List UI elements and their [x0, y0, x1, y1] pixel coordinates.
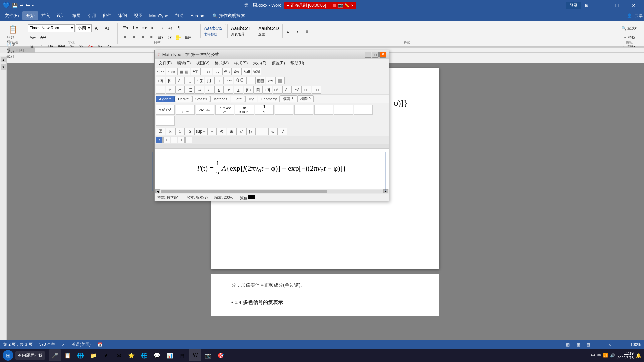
mt-neq-btn[interactable]: ≠ — [224, 86, 233, 94]
style-list-para[interactable]: AaBbCcI 列表段落 — [227, 24, 253, 38]
mt-matrix1-btn[interactable]: ▦ ▦ — [178, 68, 190, 75]
mt-partial-btn[interactable]: ∂∞ — [232, 68, 241, 75]
mt-menu-help[interactable]: 帮助(H) — [288, 60, 307, 67]
menu-acrobat[interactable]: Acrobat — [187, 12, 209, 20]
mt-sqrt-btn[interactable]: √□ — [175, 77, 185, 84]
login-btn[interactable]: 登录 — [566, 2, 581, 9]
mt-sqrt2-btn[interactable]: √□ — [282, 86, 292, 94]
maximize-btn[interactable]: □ — [609, 0, 625, 11]
close-btn[interactable]: ✕ — [626, 0, 641, 11]
format-painter-btn[interactable]: 🖌 格式刷 — [5, 51, 19, 58]
taskbar-baidu[interactable]: 百 — [176, 349, 189, 361]
mt-sym-box[interactable]: [·] — [256, 128, 268, 135]
camera-btn[interactable]: 📷 — [338, 3, 343, 8]
mt-fmla-quadfull[interactable]: -b±√-4ac 2a — [215, 105, 234, 115]
quick-undo[interactable]: ↩ — [20, 3, 24, 8]
mt-leq-btn[interactable]: ≤≥≈ — [156, 68, 165, 75]
minimize-btn[interactable]: — — [592, 0, 608, 11]
mt-scrollbar[interactable]: ◄ ► — [155, 189, 389, 194]
pen-btn[interactable]: ✏️ — [344, 3, 350, 8]
zoom-slider[interactable]: ———○——— — [597, 342, 624, 347]
mt-sym-c[interactable]: C — [175, 128, 185, 135]
mt-sm-btn3[interactable]: T — [171, 137, 177, 143]
font-size-grow[interactable]: A↑ — [93, 24, 102, 32]
mt-pi-btn[interactable]: π — [156, 86, 165, 94]
mt-vec-btn[interactable]: ↑ab↑ — [166, 68, 178, 75]
mt-frac-btn[interactable]: □/□ — [273, 86, 282, 94]
stop-btn[interactable]: ⏹ — [333, 3, 337, 8]
font-size-selector[interactable]: 小四 ▾ — [76, 24, 92, 32]
mt-fmla-empty5[interactable] — [354, 105, 373, 115]
mt-sm-btn4[interactable]: T — [178, 137, 185, 143]
bullets-btn[interactable]: ☰▾ — [121, 24, 130, 32]
mt-fmla-empty6[interactable] — [156, 116, 175, 126]
mt-menu-size[interactable]: 大小(Z) — [250, 60, 269, 67]
mt-fmla-lim[interactable]: lim x→∞ — [176, 105, 195, 115]
mt-theta-btn[interactable]: θ — [166, 86, 175, 94]
mt-cat-derive[interactable]: Derive — [175, 96, 192, 102]
numbering-btn[interactable]: 1.▾ — [131, 24, 140, 32]
mt-fmla-empty1[interactable] — [275, 105, 293, 115]
menu-design[interactable]: 设计 — [53, 11, 69, 20]
mt-partial2-btn[interactable]: ∂ — [205, 86, 214, 94]
mt-cat-template8[interactable]: 模套 8 — [280, 95, 297, 102]
pause-btn[interactable]: ⏸ — [327, 3, 331, 8]
mt-cat-matrices[interactable]: Matrices — [210, 96, 230, 102]
menu-references[interactable]: 引用 — [84, 11, 100, 20]
mt-ang-btn[interactable]: ⌐¬ — [266, 77, 275, 84]
mt-fmla-empty2[interactable] — [294, 105, 313, 115]
mt-floor-btn[interactable]: ⌊⌋ — [185, 77, 195, 84]
mt-sum-btn[interactable]: Σ ∑ — [195, 77, 204, 84]
recording-close[interactable]: ✕ — [351, 4, 354, 7]
mt-fmla-perm[interactable]: n! n!(n−r)! — [235, 105, 254, 115]
taskbar-explorer[interactable]: 📁 — [87, 349, 99, 361]
mt-fmla-sqrt[interactable]: √a²+b² — [156, 105, 175, 115]
mt-arrows2-btn[interactable]: →↩ — [224, 77, 233, 84]
taskbar-matlab[interactable]: 📊 — [164, 349, 176, 361]
mt-sm-btn2[interactable]: T — [163, 137, 170, 143]
mt-prod-btn[interactable]: □ □ — [214, 77, 224, 84]
mt-arrow-btn[interactable]: →↓↑ — [200, 68, 212, 75]
menu-review[interactable]: 审阅 — [115, 11, 130, 20]
decrease-indent-btn[interactable]: ⇤ — [149, 24, 157, 32]
mt-close-btn[interactable]: ✕ — [379, 52, 386, 58]
increase-indent-btn[interactable]: ⇥ — [158, 24, 166, 32]
mt-cat-algebra[interactable]: Algebra — [156, 96, 175, 102]
taskbar-word[interactable]: W — [189, 349, 201, 361]
style-heading[interactable]: AaBbCcD 题主 — [255, 24, 282, 38]
mt-sym-sqrt3[interactable]: √ — [278, 128, 287, 135]
mt-sym-infty2[interactable]: ∞ — [268, 128, 278, 135]
view-icon3[interactable]: ▦ — [587, 342, 590, 347]
mt-cat-geometry[interactable]: Geometry — [258, 96, 280, 102]
menu-insert[interactable]: 插入 — [38, 11, 53, 20]
styles-scroll-down[interactable]: ▼ — [293, 27, 302, 35]
mt-sym-k[interactable]: k — [166, 128, 175, 135]
mt-fmla-quadratic[interactable]: √b²−4ac — [196, 105, 214, 115]
mt-menu-edit[interactable]: 编辑(E) — [174, 60, 193, 67]
mt-sup-btn[interactable]: □□ — [312, 86, 321, 94]
clock-area[interactable]: 11:19 2022/6/18 — [617, 351, 634, 360]
mt-sym-otimes[interactable]: ⊗ — [217, 128, 226, 135]
mt-infty-btn[interactable]: ∞ — [175, 86, 185, 94]
mt-nrt-btn[interactable]: ⁿ√ — [292, 86, 302, 94]
notification-icon[interactable]: 🔔 — [636, 353, 641, 358]
menu-home[interactable]: 开始 — [22, 11, 38, 20]
mt-hat-btn[interactable]: Û Ü — [234, 77, 246, 84]
mt-lbrace-btn[interactable]: {0} — [263, 86, 272, 94]
taskbar-chrome[interactable]: 🌐 — [138, 349, 150, 361]
mt-matrix2-btn[interactable]: ▦▦ — [256, 77, 265, 84]
mt-dots-btn[interactable]: ··· — [246, 77, 256, 84]
mt-fmla-empty4[interactable] — [334, 105, 353, 115]
find-btn[interactable]: 🔍 查找▾ — [620, 24, 638, 32]
mt-cat-template9[interactable]: 模套 9 — [297, 95, 314, 102]
menu-file[interactable]: 文件(F) — [1, 11, 22, 20]
mt-sub-btn[interactable]: □□ — [302, 86, 311, 94]
menu-layout[interactable]: 布局 — [69, 11, 84, 20]
quick-customize[interactable]: ▾ — [32, 3, 34, 8]
mt-sym-z[interactable]: ℤ — [156, 128, 165, 135]
view-icon1[interactable]: ▦ — [566, 342, 570, 347]
mt-sym-arrow3[interactable]: → — [207, 128, 217, 135]
taskbar-app6[interactable]: ⭐ — [125, 349, 138, 361]
mt-paren-btn[interactable]: (0) — [156, 77, 165, 84]
mt-edit-area[interactable]: i'(t) = 1 2 A{exp[j(2πvot − φ)] + exp[−j… — [155, 149, 389, 189]
